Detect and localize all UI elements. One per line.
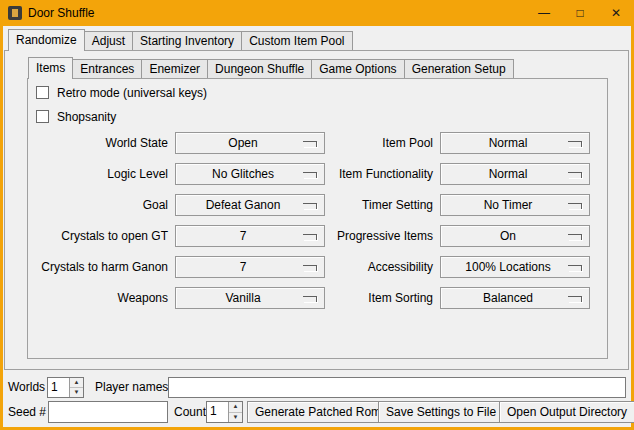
spin-down-button[interactable]: ▼ xyxy=(229,413,242,423)
worlds-spinbox[interactable]: 1 ▲ ▼ xyxy=(47,377,84,398)
weapons-label: Weapons xyxy=(23,287,168,309)
spinner-arrows: ▲ ▼ xyxy=(228,402,242,422)
window: Door Shuffle — □ ✕ Randomize Adjust Star… xyxy=(0,0,634,430)
tab-starting-inventory[interactable]: Starting Inventory xyxy=(132,31,242,50)
tab-enemizer[interactable]: Enemizer xyxy=(141,59,208,78)
item-functionality-dropdown[interactable]: Normal xyxy=(440,163,590,185)
spin-down-button[interactable]: ▼ xyxy=(70,388,83,397)
dropdown-indicator-icon xyxy=(568,203,582,209)
retro-mode-row: Retro mode (universal keys) xyxy=(36,85,207,100)
dropdown-indicator-icon xyxy=(568,234,582,240)
item-sorting-label: Item Sorting xyxy=(288,287,433,309)
maximize-button[interactable]: □ xyxy=(562,0,598,26)
client-area: Randomize Adjust Starting Inventory Cust… xyxy=(3,26,631,427)
item-pool-value: Normal xyxy=(441,133,589,153)
dropdown-indicator-icon xyxy=(568,141,582,147)
open-output-button[interactable]: Open Output Directory xyxy=(499,401,634,423)
tab-items[interactable]: Items xyxy=(28,57,73,79)
accessibility-dropdown[interactable]: 100% Locations xyxy=(440,256,590,278)
progressive-items-value: On xyxy=(441,226,589,246)
generate-rom-button[interactable]: Generate Patched Rom xyxy=(247,401,389,423)
progressive-items-label: Progressive Items xyxy=(288,225,433,247)
shopsanity-label: Shopsanity xyxy=(57,110,116,124)
spinner-arrows: ▲ ▼ xyxy=(69,378,83,397)
accessibility-label: Accessibility xyxy=(288,256,433,278)
dropdown-indicator-icon xyxy=(568,296,582,302)
world-state-label: World State xyxy=(23,132,168,154)
count-spinbox[interactable]: 1 ▲ ▼ xyxy=(206,401,243,423)
titlebar: Door Shuffle — □ ✕ xyxy=(0,0,634,26)
worlds-label: Worlds xyxy=(8,377,45,398)
tab-entrances[interactable]: Entrances xyxy=(72,59,142,78)
shopsanity-checkbox[interactable] xyxy=(36,110,49,123)
tab-randomize[interactable]: Randomize xyxy=(8,29,85,51)
spin-up-button[interactable]: ▲ xyxy=(229,402,242,413)
tab-dungeon-shuffle[interactable]: Dungeon Shuffle xyxy=(207,59,312,78)
item-sorting-dropdown[interactable]: Balanced xyxy=(440,287,590,309)
save-settings-button[interactable]: Save Settings to File xyxy=(378,401,504,423)
tab-generation-setup[interactable]: Generation Setup xyxy=(404,59,514,78)
crystals-open-gt-label: Crystals to open GT xyxy=(23,225,168,247)
spin-up-button[interactable]: ▲ xyxy=(70,378,83,388)
window-title: Door Shuffle xyxy=(28,6,95,20)
retro-mode-checkbox[interactable] xyxy=(36,86,49,99)
dropdown-indicator-icon xyxy=(568,172,582,178)
timer-setting-label: Timer Setting xyxy=(288,194,433,216)
timer-setting-dropdown[interactable]: No Timer xyxy=(440,194,590,216)
tab-game-options[interactable]: Game Options xyxy=(311,59,404,78)
player-names-label: Player names xyxy=(95,377,168,398)
crystals-harm-ganon-label: Crystals to harm Ganon xyxy=(23,256,168,278)
item-sorting-value: Balanced xyxy=(441,288,589,308)
item-functionality-label: Item Functionality xyxy=(288,163,433,185)
player-names-input[interactable] xyxy=(168,377,626,398)
close-button[interactable]: ✕ xyxy=(598,0,634,26)
main-tab-bar: Randomize Adjust Starting Inventory Cust… xyxy=(8,29,353,51)
tab-adjust[interactable]: Adjust xyxy=(84,31,133,50)
seed-label: Seed # xyxy=(8,402,46,423)
timer-setting-value: No Timer xyxy=(441,195,589,215)
logic-level-label: Logic Level xyxy=(23,163,168,185)
item-pool-label: Item Pool xyxy=(288,132,433,154)
progressive-items-dropdown[interactable]: On xyxy=(440,225,590,247)
count-value: 1 xyxy=(207,402,228,422)
accessibility-value: 100% Locations xyxy=(441,257,589,277)
dropdown-indicator-icon xyxy=(568,265,582,271)
count-label: Count xyxy=(174,402,206,423)
item-pool-dropdown[interactable]: Normal xyxy=(440,132,590,154)
minimize-button[interactable]: — xyxy=(526,0,562,26)
item-functionality-value: Normal xyxy=(441,164,589,184)
tab-custom-item-pool[interactable]: Custom Item Pool xyxy=(241,31,352,50)
shopsanity-row: Shopsanity xyxy=(36,109,116,124)
app-icon xyxy=(8,6,22,20)
goal-label: Goal xyxy=(23,194,168,216)
worlds-value: 1 xyxy=(48,378,69,397)
randomize-sub-tab-bar: Items Entrances Enemizer Dungeon Shuffle… xyxy=(28,57,514,79)
seed-input[interactable] xyxy=(48,401,168,423)
retro-mode-label: Retro mode (universal keys) xyxy=(57,86,207,100)
